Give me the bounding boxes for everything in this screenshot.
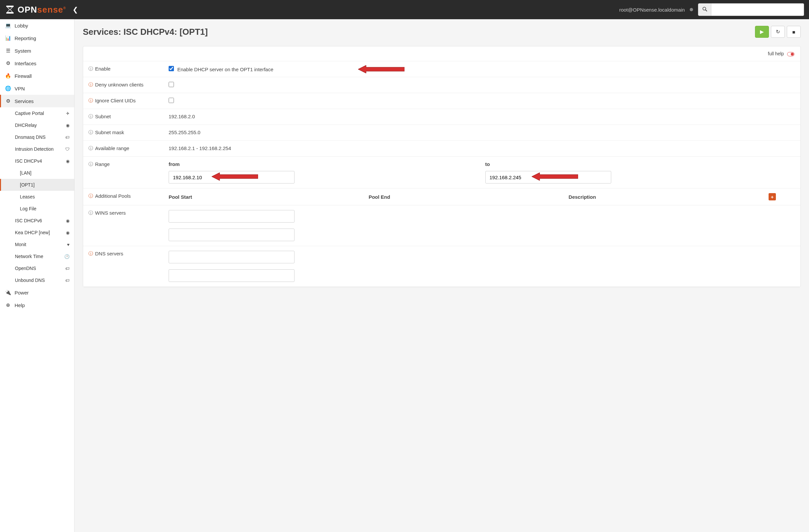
field-label: Deny unknown clients [95,82,143,87]
sidebar-item-help[interactable]: ⊕Help [0,299,74,311]
info-icon[interactable]: ⓘ [88,130,93,136]
dot-icon: ◉ [66,230,70,235]
sidebar-label: [OPT1] [20,182,34,188]
search-group [698,3,804,16]
logo[interactable]: OPNsense® [5,5,66,15]
sidebar-dhcp-leases[interactable]: Leases [0,191,74,203]
row-enable: ⓘEnable Enable DHCP server on the OPT1 i… [83,61,801,77]
sidebar-label: Firewall [15,73,32,79]
sidebar-label: Captive Portal [15,110,44,116]
sidebar-item-reporting[interactable]: 📊Reporting [0,32,74,45]
enable-text: Enable DHCP server on the OPT1 interface [177,67,273,72]
row-dns: ⓘDNS servers [83,246,801,287]
start-button[interactable]: ▶ [755,26,769,38]
dns-server-1-input[interactable] [169,251,294,263]
gear-icon: ⚙ [5,98,11,104]
search-icon [702,6,707,13]
laptop-icon: 💻 [5,22,11,29]
nav-toggle-icon[interactable]: ❮ [72,6,78,14]
sidebar-item-firewall[interactable]: 🔥Firewall [0,70,74,82]
full-help-toggle[interactable] [787,52,794,56]
wins-server-1-input[interactable] [169,210,294,223]
dot-icon: ◉ [66,123,70,128]
info-icon[interactable]: ⓘ [88,145,93,151]
sidebar-label: Lobby [15,23,28,29]
sidebar-item-vpn[interactable]: 🌐VPN [0,82,74,95]
field-label: WINS servers [95,210,126,216]
range-to-input[interactable] [485,171,611,184]
tag-icon: 🏷 [65,266,70,271]
form-panel: full help ⓘEnable Enable DHCP server on … [83,46,801,287]
row-deny-unknown: ⓘDeny unknown clients [83,77,801,93]
sidebar-label: Services [15,98,34,104]
field-label: Ignore Client UIDs [95,98,136,103]
play-icon: ▶ [760,29,764,35]
sidebar-sub-captive-portal[interactable]: Captive Portal✈ [0,107,74,119]
page-header: Services: ISC DHCPv4: [OPT1] ▶ ↻ ■ [83,26,801,38]
sidebar-sub-dnsmasq[interactable]: Dnsmasq DNS🏷 [0,131,74,143]
add-pool-button[interactable]: + [769,193,776,201]
sidebar-sub-network-time[interactable]: Network Time🕐 [0,251,74,262]
field-label: Range [95,161,110,167]
chart-icon: 📊 [5,35,11,41]
info-icon[interactable]: ⓘ [88,82,93,88]
sidebar-dhcp-opt1[interactable]: [OPT1] [0,179,74,191]
hourglass-icon [5,5,15,15]
header-bar: OPNsense® ❮ root@OPNsense.localdomain [0,0,809,19]
logo-text: OPNsense® [18,5,66,15]
clock-icon: 🕐 [64,254,70,259]
info-icon[interactable]: ⓘ [88,66,93,72]
sidebar-item-lobby[interactable]: 💻Lobby [0,19,74,32]
sidebar-label: Reporting [15,35,36,41]
row-ignore-uids: ⓘIgnore Client UIDs [83,93,801,109]
field-label: Subnet mask [95,130,124,135]
sidebar-label: Dnsmasq DNS [15,135,46,140]
sidebar-sub-opendns[interactable]: OpenDNS🏷 [0,262,74,274]
info-icon[interactable]: ⓘ [88,114,93,120]
info-icon[interactable]: ⓘ [88,161,93,167]
sidebar-sub-isc-dhcpv4[interactable]: ISC DHCPv4◉ [0,155,74,167]
sidebar-sub-kea-dhcp[interactable]: Kea DHCP [new]◉ [0,227,74,239]
stop-button[interactable]: ■ [787,26,801,38]
row-subnet-mask: ⓘSubnet mask 255.255.255.0 [83,125,801,141]
range-from-input[interactable] [169,171,294,184]
search-input[interactable] [711,3,804,16]
sidebar-sub-monit[interactable]: Monit♥ [0,239,74,251]
ignore-uids-checkbox[interactable] [169,98,174,103]
sidebar-sub-isc-dhcpv6[interactable]: ISC DHCPv6◉ [0,214,74,227]
deny-unknown-checkbox[interactable] [169,82,174,87]
search-button[interactable] [698,3,711,16]
sidebar-item-system[interactable]: ☰System [0,45,74,57]
range-from-header: from [169,161,479,167]
dns-server-2-input[interactable] [169,269,294,282]
sidebar-label: Leases [20,194,35,200]
sidebar-dhcp-logfile[interactable]: Log File [0,203,74,214]
full-help-row: full help [83,46,801,61]
field-label: Subnet [95,114,111,119]
life-ring-icon: ⊕ [5,302,11,308]
info-icon[interactable]: ⓘ [88,98,93,104]
sidebar-item-interfaces[interactable]: ⚙Interfaces [0,57,74,70]
subnet-mask-value: 255.255.255.0 [163,125,801,140]
info-icon[interactable]: ⓘ [88,193,93,199]
user-label[interactable]: root@OPNsense.localdomain [619,7,685,13]
enable-checkbox[interactable] [169,66,174,71]
wins-server-2-input[interactable] [169,228,294,241]
tag-icon: 🏷 [65,135,70,140]
sidebar-dhcp-lan[interactable]: [LAN] [0,167,74,179]
sidebar-label: Log File [20,206,36,211]
main-content: Services: ISC DHCPv4: [OPT1] ▶ ↻ ■ full … [74,19,809,532]
sidebar-item-services[interactable]: ⚙Services [0,95,74,107]
sidebar-label: ISC DHCPv4 [15,158,42,164]
sidebar-sub-intrusion[interactable]: Intrusion Detection🛡 [0,143,74,155]
info-icon[interactable]: ⓘ [88,251,93,257]
info-icon[interactable]: ⓘ [88,210,93,216]
row-range: ⓘRange from to [83,157,801,188]
sidebar-sub-unbound-dns[interactable]: Unbound DNS🏷 [0,274,74,286]
plug-icon: 🔌 [5,290,11,295]
sidebar-sub-dhcrelay[interactable]: DHCRelay◉ [0,119,74,131]
field-label: Available range [95,145,129,151]
sidebar-label: Kea DHCP [new] [15,230,50,235]
restart-button[interactable]: ↻ [771,26,785,38]
sidebar-item-power[interactable]: 🔌Power [0,286,74,299]
